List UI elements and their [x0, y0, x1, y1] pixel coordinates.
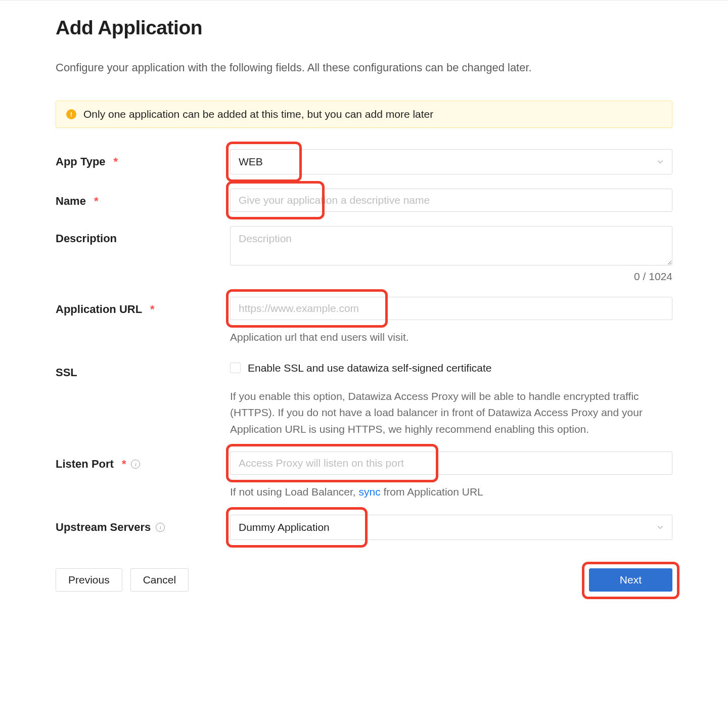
- upstream-select[interactable]: Dummy Application: [230, 515, 672, 540]
- previous-button[interactable]: Previous: [56, 568, 122, 592]
- description-counter: 0 / 1024: [230, 271, 672, 283]
- label-listen-port: Listen Port* i: [56, 452, 230, 471]
- ssl-checkbox[interactable]: [230, 363, 241, 373]
- chevron-down-icon: [657, 524, 664, 531]
- info-icon[interactable]: i: [156, 523, 165, 532]
- intro-text: Configure your application with the foll…: [56, 61, 672, 74]
- alert-text: Only one application can be added at thi…: [83, 108, 433, 120]
- page-title: Add Application: [56, 17, 672, 39]
- chevron-down-icon: [657, 158, 664, 165]
- sync-link[interactable]: sync: [359, 486, 381, 498]
- upstream-value: Dummy Application: [239, 521, 330, 533]
- next-button[interactable]: Next: [589, 568, 672, 592]
- label-ssl: SSL: [56, 360, 230, 379]
- alert-banner: ! Only one application can be added at t…: [56, 101, 672, 128]
- warning-icon: !: [66, 109, 76, 119]
- listen-port-help: If not using Load Balancer, sync from Ap…: [230, 484, 672, 501]
- name-input[interactable]: [230, 189, 672, 212]
- application-url-help: Application url that end users will visi…: [230, 329, 672, 346]
- ssl-checkbox-label: Enable SSL and use datawiza self-signed …: [248, 362, 492, 374]
- app-type-value: WEB: [239, 156, 263, 168]
- listen-port-input[interactable]: [230, 452, 672, 475]
- cancel-button[interactable]: Cancel: [130, 568, 189, 592]
- label-description: Description: [56, 226, 230, 245]
- label-app-type: App Type*: [56, 149, 230, 168]
- label-upstream: Upstream Servers i: [56, 515, 230, 534]
- app-type-select[interactable]: WEB: [230, 149, 672, 174]
- label-name: Name*: [56, 189, 230, 208]
- description-textarea[interactable]: [230, 226, 672, 265]
- label-application-url: Application URL*: [56, 297, 230, 316]
- info-icon[interactable]: i: [131, 460, 140, 469]
- ssl-help: If you enable this option, Datawiza Acce…: [230, 388, 672, 438]
- application-url-input[interactable]: [230, 297, 672, 320]
